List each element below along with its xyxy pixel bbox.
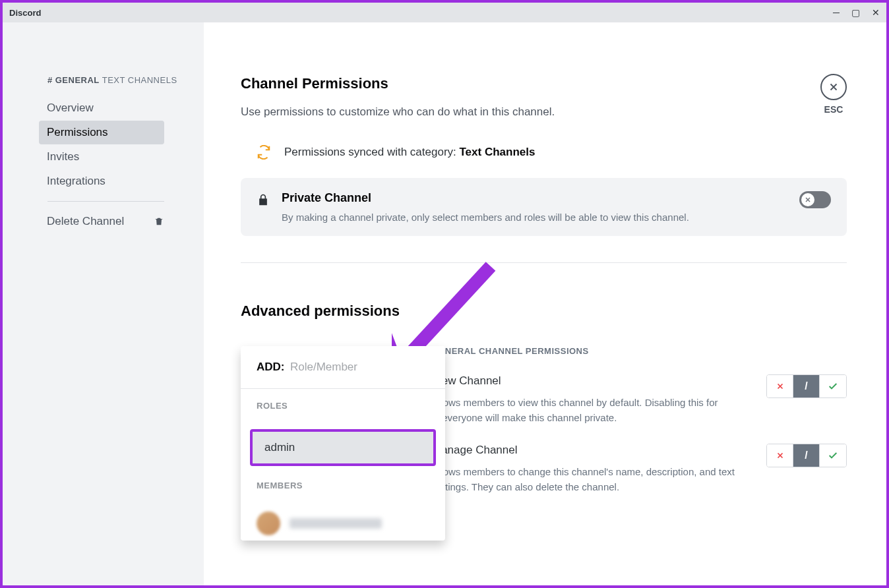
close-window-button[interactable]: ✕ — [872, 7, 880, 18]
private-channel-card: Private Channel By making a channel priv… — [241, 178, 847, 236]
channel-name-label: GENERAL — [55, 75, 100, 85]
permission-neutral-button[interactable]: / — [793, 375, 820, 397]
maximize-button[interactable]: ▢ — [851, 7, 860, 18]
window-controls: ─ ▢ ✕ — [833, 7, 880, 18]
esc-label: ESC — [820, 104, 847, 115]
sidebar-item-overview[interactable]: Overview — [39, 96, 164, 120]
member-avatar — [257, 512, 280, 535]
channel-category-label: TEXT CHANNELS — [102, 75, 177, 85]
popover-member-item[interactable] — [241, 506, 445, 541]
main-container: #GENERAL TEXT CHANNELS Overview Permissi… — [3, 22, 886, 585]
popover-members-section: MEMBERS — [241, 469, 445, 506]
permission-deny-button[interactable] — [767, 444, 793, 467]
permission-deny-button[interactable] — [767, 375, 793, 397]
popover-roles-section: ROLES — [241, 389, 445, 426]
permission-row-manage-channel: Manage Channel Allows members to change … — [432, 444, 847, 494]
popover-add-label: ADD: — [257, 361, 285, 373]
toggle-thumb-icon — [801, 193, 814, 206]
permission-neutral-button[interactable]: / — [793, 444, 820, 467]
permission-description: Allows members to view this channel by d… — [432, 396, 753, 425]
content-divider — [241, 262, 847, 263]
close-circle-icon — [820, 74, 847, 100]
popover-role-item-admin[interactable]: admin — [250, 429, 436, 466]
lock-icon — [257, 192, 270, 207]
permission-allow-button[interactable] — [820, 444, 846, 467]
delete-channel-label: Delete Channel — [47, 215, 124, 228]
settings-sidebar: #GENERAL TEXT CHANNELS Overview Permissi… — [3, 22, 204, 585]
page-subtitle: Use permissions to customize who can do … — [241, 105, 847, 119]
private-channel-toggle[interactable] — [799, 191, 831, 208]
permission-row-view-channel: View Channel Allows members to view this… — [432, 374, 847, 425]
content-area: ESC Channel Permissions Use permissions … — [204, 22, 886, 585]
sidebar-item-permissions[interactable]: Permissions — [39, 121, 164, 144]
permission-allow-button[interactable] — [820, 375, 846, 397]
trash-icon — [154, 216, 164, 227]
permission-toggle-group: / — [766, 444, 847, 467]
permission-toggle-group: / — [766, 374, 847, 398]
member-name-blurred — [290, 518, 382, 529]
permission-description: Allows members to change this channel's … — [432, 465, 753, 494]
popover-members-label: MEMBERS — [257, 481, 429, 490]
add-role-popover: ADD: Role/Member ROLES admin MEMBERS — [241, 346, 445, 541]
private-channel-description: By making a channel private, only select… — [282, 212, 689, 223]
private-card-left: Private Channel By making a channel priv… — [257, 191, 689, 223]
sidebar-divider — [47, 201, 164, 202]
private-channel-title: Private Channel — [282, 191, 689, 205]
sync-text: Permissions synced with category: Text C… — [284, 146, 535, 159]
permission-name: View Channel — [432, 374, 753, 388]
roles-column: ROLES/MEMBERS + ADD: Role/Member ROLES a… — [241, 346, 406, 368]
popover-search-row[interactable]: ADD: Role/Member — [241, 346, 445, 389]
hash-icon: # — [47, 75, 53, 85]
sidebar-item-integrations[interactable]: Integrations — [39, 169, 164, 193]
permissions-layout: ROLES/MEMBERS + ADD: Role/Member ROLES a… — [241, 346, 847, 513]
advanced-permissions-title: Advanced permissions — [241, 303, 847, 320]
sidebar-header: #GENERAL TEXT CHANNELS — [3, 75, 204, 96]
close-settings-button[interactable]: ESC — [820, 74, 847, 115]
window-title-bar: Discord ─ ▢ ✕ — [3, 3, 886, 22]
sync-status-row: Permissions synced with category: Text C… — [241, 145, 847, 178]
permissions-header-label: GENERAL CHANNEL PERMISSIONS — [432, 346, 847, 356]
permission-name: Manage Channel — [432, 444, 753, 457]
sync-category-name: Text Channels — [460, 146, 536, 158]
minimize-button[interactable]: ─ — [833, 7, 840, 18]
sidebar-item-delete-channel[interactable]: Delete Channel — [39, 210, 164, 233]
sidebar-item-invites[interactable]: Invites — [39, 145, 164, 169]
sync-icon — [257, 145, 271, 160]
popover-search-placeholder: Role/Member — [290, 361, 357, 373]
permissions-column: GENERAL CHANNEL PERMISSIONS View Channel… — [432, 346, 847, 513]
popover-roles-label: ROLES — [257, 401, 429, 411]
window-title: Discord — [9, 8, 41, 18]
page-title: Channel Permissions — [241, 75, 847, 92]
